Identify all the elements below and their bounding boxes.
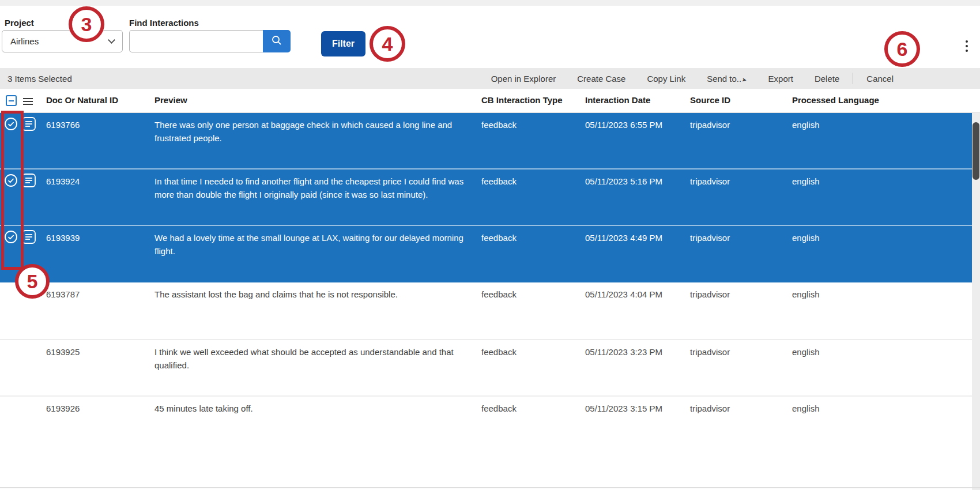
cell-interaction-date: 05/11/2023 3:23 PM bbox=[585, 345, 662, 359]
table-row[interactable]: 6193926 45 minutes late taking off. feed… bbox=[0, 395, 980, 452]
column-header-doc-id[interactable]: Doc Or Natural ID bbox=[46, 95, 118, 105]
table-header: Doc Or Natural ID Preview CB Interaction… bbox=[0, 89, 980, 113]
row-document-icon[interactable] bbox=[21, 229, 37, 247]
cell-interaction-date: 05/11/2023 3:15 PM bbox=[585, 402, 662, 415]
annotation-badge-6: 6 bbox=[884, 31, 920, 67]
selection-toolbar: 3 Items Selected Open in Explorer Create… bbox=[0, 68, 980, 89]
cell-doc-id: 6193939 bbox=[46, 231, 80, 244]
project-select[interactable]: Airlines bbox=[2, 30, 123, 52]
cell-source-id: tripadvisor bbox=[690, 118, 730, 131]
cell-interaction-date: 05/11/2023 5:16 PM bbox=[585, 175, 662, 188]
select-all-checkbox[interactable] bbox=[6, 95, 17, 106]
delete-button[interactable]: Delete bbox=[815, 74, 839, 84]
export-button[interactable]: Export bbox=[768, 74, 793, 84]
cell-source-id: tripadvisor bbox=[690, 288, 730, 301]
search-input[interactable] bbox=[129, 30, 263, 52]
cell-preview: I think we well exceeded what should be … bbox=[154, 345, 470, 372]
cell-processed-language: english bbox=[792, 175, 820, 188]
cell-interaction-type: feedback bbox=[481, 345, 517, 359]
find-interactions-group bbox=[129, 30, 291, 52]
project-selected-value: Airlines bbox=[10, 36, 109, 46]
cell-doc-id: 6193926 bbox=[46, 402, 80, 415]
cell-interaction-type: feedback bbox=[481, 231, 517, 244]
table-row[interactable]: 6193939 We had a lovely time at the smal… bbox=[0, 226, 980, 282]
cell-source-id: tripadvisor bbox=[690, 175, 730, 188]
cell-interaction-date: 05/11/2023 6:55 PM bbox=[585, 118, 662, 131]
toolbar-divider bbox=[853, 73, 853, 84]
cancel-button[interactable]: Cancel bbox=[866, 74, 894, 84]
table-body: 6193766 There was only one person at bag… bbox=[0, 113, 980, 452]
column-header-preview[interactable]: Preview bbox=[154, 95, 187, 105]
table-row[interactable]: 6193924 In that time I needed to find an… bbox=[0, 169, 980, 226]
cell-processed-language: english bbox=[792, 118, 820, 131]
cell-preview: The assistant lost the bag and claims th… bbox=[154, 288, 470, 301]
cell-doc-id: 6193925 bbox=[46, 345, 80, 359]
project-label: Project bbox=[5, 18, 34, 28]
table-row[interactable]: 6193925 I think we well exceeded what sh… bbox=[0, 339, 980, 395]
cell-source-id: tripadvisor bbox=[690, 345, 730, 359]
vertical-scrollbar-thumb[interactable] bbox=[973, 122, 979, 180]
row-document-icon[interactable] bbox=[21, 116, 37, 134]
find-interactions-label: Find Interactions bbox=[129, 18, 199, 28]
filter-button[interactable]: Filter bbox=[321, 31, 365, 56]
cell-preview: 45 minutes late taking off. bbox=[154, 402, 470, 415]
cell-interaction-type: feedback bbox=[481, 118, 517, 131]
items-selected-count: 3 Items Selected bbox=[7, 74, 72, 84]
row-document-icon[interactable] bbox=[21, 172, 37, 191]
cell-doc-id: 6193924 bbox=[46, 175, 80, 188]
bottom-divider bbox=[0, 487, 980, 488]
column-header-interaction-date[interactable]: Interaction Date bbox=[585, 95, 650, 105]
cell-preview: In that time I needed to find another fl… bbox=[154, 175, 470, 201]
table-row[interactable]: 6193787 The assistant lost the bag and c… bbox=[0, 282, 980, 339]
row-selected-check-icon[interactable] bbox=[4, 230, 18, 246]
toolbar-actions: Open in Explorer Create Case Copy Link S… bbox=[491, 73, 980, 84]
copy-link-button[interactable]: Copy Link bbox=[647, 74, 685, 84]
kebab-menu-icon[interactable] bbox=[960, 36, 973, 56]
annotation-badge-4: 4 bbox=[370, 26, 405, 62]
send-to-button[interactable]: Send to..➤ bbox=[707, 74, 747, 84]
cell-doc-id: 6193787 bbox=[46, 288, 80, 301]
cell-processed-language: english bbox=[792, 231, 820, 244]
cell-interaction-date: 05/11/2023 4:49 PM bbox=[585, 231, 662, 244]
cell-interaction-type: feedback bbox=[481, 175, 517, 188]
table-row[interactable]: 6193766 There was only one person at bag… bbox=[0, 113, 980, 169]
cell-processed-language: english bbox=[792, 288, 820, 301]
column-header-processed-language[interactable]: Processed Language bbox=[792, 95, 879, 105]
send-to-arrow-icon: ➤ bbox=[741, 76, 747, 84]
cell-preview: There was only one person at baggage che… bbox=[154, 118, 470, 145]
row-selected-check-icon[interactable] bbox=[4, 174, 18, 190]
cell-interaction-type: feedback bbox=[481, 402, 517, 415]
cell-processed-language: english bbox=[792, 345, 820, 359]
cell-doc-id: 6193766 bbox=[46, 118, 80, 131]
cell-processed-language: english bbox=[792, 402, 820, 415]
row-selected-check-icon[interactable] bbox=[4, 117, 18, 133]
top-strip bbox=[0, 0, 980, 6]
open-in-explorer-button[interactable]: Open in Explorer bbox=[491, 74, 556, 84]
cell-preview: We had a lovely time at the small lounge… bbox=[154, 231, 470, 258]
cell-source-id: tripadvisor bbox=[690, 231, 730, 244]
cell-interaction-date: 05/11/2023 4:04 PM bbox=[585, 288, 662, 301]
column-header-interaction-type[interactable]: CB Interaction Type bbox=[481, 95, 563, 105]
indeterminate-dash-icon bbox=[9, 100, 14, 101]
cell-interaction-type: feedback bbox=[481, 288, 517, 301]
cell-source-id: tripadvisor bbox=[690, 402, 730, 415]
create-case-button[interactable]: Create Case bbox=[577, 74, 625, 84]
chevron-down-icon bbox=[108, 36, 115, 44]
search-icon bbox=[271, 35, 282, 48]
column-header-source-id[interactable]: Source ID bbox=[690, 95, 730, 105]
hamburger-menu-icon[interactable] bbox=[23, 96, 33, 107]
search-button[interactable] bbox=[263, 30, 291, 52]
